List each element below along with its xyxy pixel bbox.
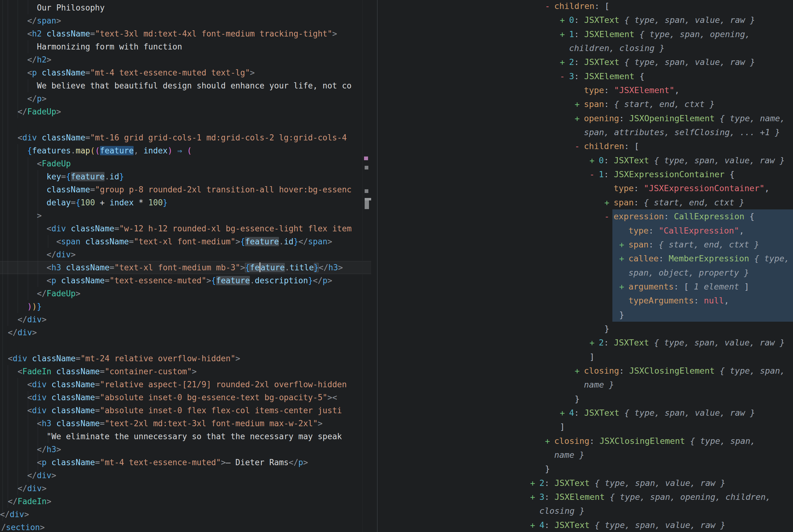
code-line[interactable]: <h2 className="text-3xl md:text-4xl font… (0, 27, 371, 40)
ast-row[interactable]: +span: { start, end, ctxt } (378, 195, 793, 209)
ast-row[interactable]: +0: JSXText { type, span, value, raw } (378, 153, 793, 167)
ast-row[interactable]: +3: JSXElement { type, span, opening, ch… (378, 490, 793, 504)
ast-row[interactable]: +1: JSXElement { type, span, opening, (378, 27, 793, 41)
code-line[interactable]: ))} (0, 300, 371, 313)
ast-row[interactable]: +2: JSXText { type, span, value, raw } (378, 476, 793, 490)
code-line[interactable]: </div> (0, 469, 371, 482)
expand-node-toggle[interactable]: + (589, 336, 599, 349)
ast-row[interactable]: span, attributes, selfClosing, ... +1 } (378, 125, 793, 139)
ast-row[interactable]: -expression: CallExpression { (378, 209, 793, 223)
code-line[interactable]: <div className="w-12 h-12 rounded-xl bg-… (0, 222, 371, 235)
ast-row[interactable]: closing } (378, 504, 793, 518)
ast-row[interactable]: +callee: MemberExpression { type, (378, 251, 793, 265)
ast-row[interactable]: +closing: JSXClosingElement { type, span… (378, 364, 793, 378)
ast-row[interactable]: +2: JSXText { type, span, value, raw } (378, 336, 793, 349)
code-line[interactable]: </div> (0, 313, 371, 326)
code-line[interactable]: <FadeIn className="container-custom"> (0, 365, 371, 378)
code-line[interactable]: We believe that beautiful design should … (0, 79, 371, 92)
code-line[interactable]: {features.map((feature, index) ⇒ ( (0, 144, 371, 157)
code-line-cursor[interactable]: <h3 className="text-xl font-medium mb-3"… (0, 261, 371, 274)
collapse-node-toggle[interactable]: - (560, 69, 569, 83)
ast-row[interactable]: name } (378, 448, 793, 462)
ast-row[interactable]: name } (378, 378, 793, 392)
ast-row[interactable]: children, closing } (378, 41, 793, 55)
code-line[interactable]: </p> (0, 92, 371, 105)
expand-node-toggle[interactable]: + (589, 153, 599, 167)
code-line[interactable]: <FadeUp (0, 157, 371, 170)
code-line[interactable]: "We eliminate the unnecessary so that th… (0, 430, 371, 443)
ast-row[interactable]: } (378, 322, 793, 336)
code-line[interactable]: <p className="mt-4 text-essence-muted te… (0, 66, 371, 79)
expand-node-toggle[interactable]: + (560, 13, 569, 27)
ast-row[interactable]: +2: JSXText { type, span, value, raw } (378, 55, 793, 69)
overview-ruler[interactable] (363, 0, 371, 532)
expand-node-toggle[interactable]: + (619, 280, 628, 293)
ast-row[interactable]: -3: JSXElement { (378, 69, 793, 83)
ast-tree-pane[interactable]: -children: [+0: JSXText { type, span, va… (378, 0, 793, 532)
code-line[interactable]: </div> (0, 508, 371, 521)
expand-node-toggle[interactable]: + (560, 27, 569, 41)
code-line[interactable]: <div className="mt-24 relative overflow-… (0, 352, 371, 365)
ast-row[interactable]: span, object, property } (378, 266, 793, 280)
collapse-node-toggle[interactable]: - (575, 139, 584, 153)
ast-row[interactable]: +closing: JSXClosingElement { type, span… (378, 434, 793, 448)
code-line[interactable]: <div className="absolute inset-0 flex fl… (0, 404, 371, 417)
code-line[interactable]: Our Philosophy (0, 1, 371, 14)
code-line[interactable]: <p className="text-essence-muted">{featu… (0, 274, 371, 287)
code-line[interactable]: </div> (0, 482, 371, 495)
ast-row[interactable]: type: "CallExpression", (378, 224, 793, 238)
ast-row[interactable]: -children: [ (378, 0, 793, 13)
expand-node-toggle[interactable]: + (619, 251, 628, 265)
expand-node-toggle[interactable]: + (575, 111, 584, 125)
code-line[interactable] (0, 339, 371, 352)
ast-row[interactable]: +opening: JSXOpeningElement { type, name… (378, 111, 793, 125)
code-line[interactable]: /section> (0, 521, 371, 532)
ast-row[interactable]: +4: JSXText { type, span, value, raw } (378, 406, 793, 420)
ast-row[interactable]: type: "JSXElement", (378, 83, 793, 97)
code-line[interactable]: <h3 className="text-2xl md:text-3xl font… (0, 417, 371, 430)
ast-row[interactable]: +span: { start, end, ctxt } (378, 97, 793, 111)
code-line[interactable]: delay={100 + index * 100} (0, 196, 371, 209)
code-line[interactable]: </h2> (0, 53, 371, 66)
code-line[interactable]: <div className="mt-16 grid grid-cols-1 m… (0, 131, 371, 144)
expand-node-toggle[interactable]: + (530, 476, 539, 490)
ast-row[interactable]: ] (378, 350, 793, 364)
ast-row[interactable]: ] (378, 420, 793, 434)
code-line[interactable]: </div> (0, 326, 371, 339)
code-line[interactable]: className="group p-8 rounded-2xl transit… (0, 183, 371, 196)
ast-row[interactable]: +4: JSXText { type, span, value, raw } (378, 518, 793, 532)
expand-node-toggle[interactable]: + (604, 195, 614, 209)
code-line[interactable]: > (0, 209, 371, 222)
code-line[interactable]: key={feature.id} (0, 170, 371, 183)
code-line[interactable]: <div className="absolute inset-0 bg-esse… (0, 391, 371, 404)
ast-row[interactable]: +arguments: [ 1 element ] (378, 280, 793, 293)
expand-node-toggle[interactable]: + (545, 434, 554, 448)
code-editor-pane[interactable]: Our Philosophy</span><h2 className="text… (0, 0, 371, 532)
code-line[interactable]: <div className="relative aspect-[21/9] r… (0, 378, 371, 391)
ast-row[interactable]: type: "JSXExpressionContainer", (378, 181, 793, 195)
ast-row[interactable]: } (378, 392, 793, 406)
code-line[interactable]: </span> (0, 14, 371, 27)
ast-row[interactable]: +0: JSXText { type, span, value, raw } (378, 13, 793, 27)
expand-node-toggle[interactable]: + (575, 97, 584, 111)
ast-row[interactable]: +span: { start, end, ctxt } (378, 238, 793, 251)
collapse-node-toggle[interactable]: - (589, 167, 599, 181)
ast-row[interactable]: typeArguments: null, (378, 293, 793, 307)
code-line[interactable]: </h3> (0, 443, 371, 456)
ast-row[interactable]: } (378, 462, 793, 476)
code-line[interactable] (0, 118, 371, 131)
ast-row[interactable]: -children: [ (378, 139, 793, 153)
expand-node-toggle[interactable]: + (575, 364, 584, 378)
expand-node-toggle[interactable]: + (530, 490, 539, 504)
code-line[interactable]: </FadeIn> (0, 495, 371, 508)
ast-row[interactable]: } (378, 308, 793, 322)
expand-node-toggle[interactable]: + (530, 518, 539, 532)
code-line[interactable]: <p className="mt-4 text-essence-muted">—… (0, 456, 371, 469)
code-line[interactable]: Harmonizing form with function (0, 40, 371, 53)
ast-row[interactable]: -1: JSXExpressionContainer { (378, 167, 793, 181)
code-line[interactable]: <span className="text-xl font-medium">{f… (0, 235, 371, 248)
expand-node-toggle[interactable]: + (560, 55, 569, 69)
collapse-node-toggle[interactable]: - (604, 209, 614, 223)
collapse-node-toggle[interactable]: - (545, 0, 554, 13)
code-line[interactable]: </div> (0, 248, 371, 261)
